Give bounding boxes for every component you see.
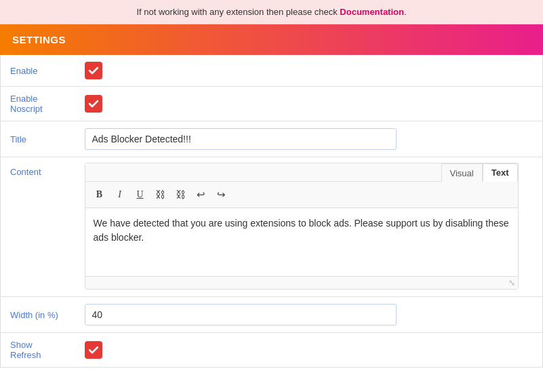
resize-icon: ⤡ (508, 278, 515, 288)
show-refresh-checkbox[interactable] (85, 341, 102, 359)
table-row: Content Visual Text B I U ⛓ ⛓ ↩ (1, 157, 543, 297)
row-value-enable-noscript (75, 87, 543, 121)
row-label-enable: Enable (1, 55, 75, 87)
table-row: Title (1, 121, 543, 157)
title-input[interactable] (85, 128, 397, 150)
row-value-width (75, 297, 543, 333)
row-value-content: Visual Text B I U ⛓ ⛓ ↩ ↪ (75, 157, 543, 297)
row-label-title: Title (1, 121, 75, 157)
tab-text[interactable]: Text (483, 163, 518, 182)
toolbar-italic[interactable]: I (111, 186, 129, 203)
toolbar-bold[interactable]: B (91, 186, 108, 203)
documentation-link[interactable]: Documentation (340, 7, 404, 17)
toolbar-unlink[interactable]: ⛓ (172, 186, 190, 203)
table-row: Width (in %) (1, 297, 543, 333)
row-label-show-refresh: ShowRefresh (1, 333, 75, 368)
row-label-width: Width (in %) (1, 297, 75, 333)
table-row: EnableNoscript (1, 87, 543, 121)
width-input[interactable] (85, 304, 397, 326)
row-label-enable-noscript: EnableNoscript (1, 87, 75, 121)
row-label-content: Content (1, 157, 75, 297)
toolbar-undo[interactable]: ↩ (193, 186, 210, 203)
toolbar-underline[interactable]: U (132, 186, 149, 203)
notice-text-before: If not working with any extension then p… (136, 7, 340, 17)
editor-content-area[interactable]: We have detected that you are using exte… (85, 208, 518, 276)
content-editor: Visual Text B I U ⛓ ⛓ ↩ ↪ (85, 163, 519, 290)
notice-bar: If not working with any extension then p… (0, 0, 543, 24)
enable-checkbox[interactable] (85, 62, 102, 79)
table-row: ShowRefresh (1, 333, 543, 368)
toolbar-redo[interactable]: ↪ (213, 186, 230, 203)
notice-text-after: . (404, 7, 407, 17)
settings-header: SETTINGS (0, 24, 543, 55)
enable-noscript-checkbox[interactable] (85, 95, 102, 113)
toolbar-link[interactable]: ⛓ (152, 186, 169, 203)
table-row: Enable (1, 55, 543, 87)
editor-resize-handle: ⤡ (85, 276, 518, 289)
row-value-title (75, 121, 543, 157)
tab-visual[interactable]: Visual (441, 163, 483, 182)
settings-table: Enable EnableNoscript (0, 55, 543, 368)
row-value-enable (75, 55, 543, 87)
editor-tab-bar: Visual Text (85, 163, 518, 182)
row-value-show-refresh (75, 333, 543, 368)
editor-toolbar: B I U ⛓ ⛓ ↩ ↪ (85, 182, 518, 208)
